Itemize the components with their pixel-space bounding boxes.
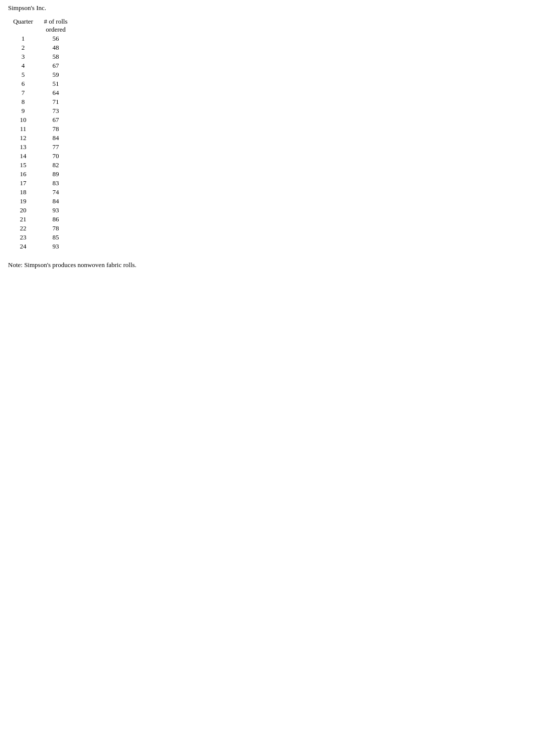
rolls-cell: 78	[38, 224, 73, 233]
quarter-cell: 11	[8, 124, 38, 134]
table-row: 1783	[8, 179, 73, 188]
quarter-cell: 23	[8, 233, 38, 242]
quarter-cell: 16	[8, 170, 38, 179]
quarter-cell: 10	[8, 115, 38, 124]
quarter-cell: 2	[8, 43, 38, 52]
table-row: 1689	[8, 170, 73, 179]
rolls-cell: 93	[38, 242, 73, 251]
quarter-cell: 7	[8, 88, 38, 97]
table-row: 1470	[8, 152, 73, 161]
table-row: 1178	[8, 124, 73, 134]
quarter-cell: 13	[8, 143, 38, 152]
rolls-cell: 71	[38, 97, 73, 106]
rolls-cell: 93	[38, 206, 73, 215]
company-title: Simpson's Inc.	[8, 4, 525, 12]
rolls-cell: 48	[38, 43, 73, 52]
quarter-cell: 8	[8, 97, 38, 106]
rolls-cell: 82	[38, 161, 73, 170]
rolls-cell: 83	[38, 179, 73, 188]
quarter-cell: 3	[8, 52, 38, 61]
rolls-cell: 56	[38, 34, 73, 43]
table-row: 2093	[8, 206, 73, 215]
table-row: 559	[8, 70, 73, 79]
quarter-cell: 19	[8, 197, 38, 206]
data-table: Quarter # of rolls ordered 1562483584675…	[8, 17, 73, 251]
table-row: 2493	[8, 242, 73, 251]
table-row: 248	[8, 43, 73, 52]
quarter-cell: 6	[8, 79, 38, 88]
rolls-cell: 59	[38, 70, 73, 79]
rolls-cell: 84	[38, 197, 73, 206]
table-row: 1284	[8, 134, 73, 143]
table-row: 2278	[8, 224, 73, 233]
quarter-cell: 24	[8, 242, 38, 251]
table-row: 156	[8, 34, 73, 43]
quarter-header: Quarter	[8, 17, 38, 34]
table-row: 1377	[8, 143, 73, 152]
rolls-cell: 58	[38, 52, 73, 61]
note: Note: Simpson's produces nonwoven fabric…	[8, 261, 525, 269]
table-row: 651	[8, 79, 73, 88]
quarter-cell: 9	[8, 106, 38, 115]
quarter-cell: 17	[8, 179, 38, 188]
table-header-row: Quarter # of rolls ordered	[8, 17, 73, 34]
table-row: 1984	[8, 197, 73, 206]
quarter-cell: 15	[8, 161, 38, 170]
table-row: 1582	[8, 161, 73, 170]
rolls-cell: 73	[38, 106, 73, 115]
table-row: 358	[8, 52, 73, 61]
rolls-cell: 78	[38, 124, 73, 134]
rolls-header: # of rolls ordered	[38, 17, 73, 34]
table-row: 2385	[8, 233, 73, 242]
table-row: 1874	[8, 188, 73, 197]
table-row: 871	[8, 97, 73, 106]
quarter-cell: 14	[8, 152, 38, 161]
rolls-cell: 74	[38, 188, 73, 197]
quarter-cell: 1	[8, 34, 38, 43]
table-row: 467	[8, 61, 73, 70]
rolls-cell: 51	[38, 79, 73, 88]
table-row: 973	[8, 106, 73, 115]
rolls-cell: 64	[38, 88, 73, 97]
rolls-cell: 86	[38, 215, 73, 224]
quarter-cell: 12	[8, 134, 38, 143]
table-row: 764	[8, 88, 73, 97]
table-row: 2186	[8, 215, 73, 224]
quarter-cell: 20	[8, 206, 38, 215]
quarter-cell: 18	[8, 188, 38, 197]
rolls-cell: 89	[38, 170, 73, 179]
table-row: 1067	[8, 115, 73, 124]
rolls-cell: 85	[38, 233, 73, 242]
rolls-cell: 70	[38, 152, 73, 161]
quarter-cell: 4	[8, 61, 38, 70]
quarter-cell: 22	[8, 224, 38, 233]
rolls-cell: 67	[38, 115, 73, 124]
rolls-cell: 84	[38, 134, 73, 143]
rolls-cell: 67	[38, 61, 73, 70]
quarter-cell: 5	[8, 70, 38, 79]
rolls-cell: 77	[38, 143, 73, 152]
quarter-cell: 21	[8, 215, 38, 224]
